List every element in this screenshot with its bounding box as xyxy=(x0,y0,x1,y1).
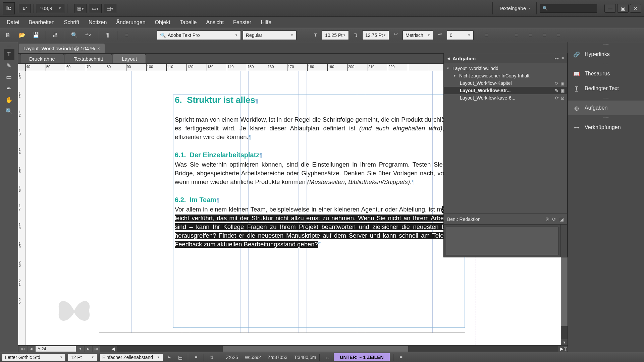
close-button[interactable]: ✕ xyxy=(630,4,641,13)
font-style-combo[interactable]: Regular▼ xyxy=(243,31,297,40)
status-font-combo[interactable]: Letter Gothic Std▼ xyxy=(2,354,66,361)
align-menu-button[interactable]: ≡ xyxy=(481,31,493,40)
checkout-icon[interactable]: ▣ xyxy=(560,81,565,86)
heading-6-2: 6.2. Im Team¶ xyxy=(175,196,463,204)
view-tab-layout[interactable]: Layout xyxy=(113,54,146,63)
stat-w: W:5392 xyxy=(245,355,261,360)
prev-page-button[interactable]: ◀ xyxy=(28,346,35,352)
menu-aenderungen[interactable]: Änderungen xyxy=(112,17,149,27)
menu-tabelle[interactable]: Tabelle xyxy=(176,17,201,27)
vertical-ruler[interactable]: 10111213141516171819202122 xyxy=(18,71,25,345)
menu-schrift[interactable]: Schrift xyxy=(60,17,83,27)
tree-item[interactable]: Layout_Workflow-kave-6...⟳⊠ xyxy=(444,94,567,102)
panel-grip[interactable]: ┄┄┄ xyxy=(568,42,644,47)
collapse-panel-icon[interactable]: ▸▸ xyxy=(555,56,559,61)
menu-datei[interactable]: Datei xyxy=(3,17,23,27)
spellcheck-button[interactable]: ᴬᴮ✔ xyxy=(83,31,95,40)
tree-item-selected[interactable]: Layout_Workflow-Str...✎▣ xyxy=(444,87,567,94)
next-page-button[interactable]: ▶ xyxy=(85,346,92,352)
paragraph: Spricht man von einem Workflow, ist in d… xyxy=(175,115,463,142)
tree-item[interactable]: Layout_Workflow-Kapitel⟳▣ xyxy=(444,79,567,87)
list-icon[interactable]: ≡ xyxy=(192,354,200,361)
menu-bar: Datei Bearbeiten Schrift Notizen Änderun… xyxy=(0,17,644,28)
panel-hyperlinks[interactable]: 🔗Hyperlinks xyxy=(568,47,644,62)
line-spacing-combo[interactable]: Einfacher Zeilenabstand▼ xyxy=(99,354,163,361)
kerning-combo[interactable]: Metrisch▼ xyxy=(402,31,433,40)
menu-objekt[interactable]: Objekt xyxy=(151,17,174,27)
maximize-button[interactable]: ▣ xyxy=(617,4,629,13)
find-button[interactable]: 🔍 xyxy=(68,31,80,40)
panel-menu-icon[interactable]: ≡ xyxy=(561,56,564,61)
panel-menu-button[interactable]: ≡ xyxy=(121,31,133,40)
view-tab-textabschnitt[interactable]: Textabschnitt xyxy=(65,54,112,63)
aufgaben-preview xyxy=(444,224,567,257)
align-center-button[interactable]: ≡ xyxy=(524,31,536,40)
status-size-combo[interactable]: 12 Pt▼ xyxy=(68,354,97,361)
page-dropdown-button[interactable]: ▾ xyxy=(76,346,84,352)
status-icon: ⟳ xyxy=(555,81,558,86)
arrange-docs-button[interactable]: ▤▾ xyxy=(104,4,116,13)
line-number-icon[interactable]: ¹₂ xyxy=(165,354,174,361)
align-right-button[interactable]: ≡ xyxy=(538,31,550,40)
text-frame[interactable]: 6. Struktur ist alles¶ Spricht man von e… xyxy=(173,95,465,328)
stats-toggle-icon[interactable]: ⇅ xyxy=(207,354,216,361)
split-view-button[interactable]: ◫ xyxy=(564,346,568,351)
workspace-switcher[interactable]: Texteingabe ▾ xyxy=(492,2,537,14)
document-tab[interactable]: Layout_Workflow.indd @ 104 % × xyxy=(19,44,105,53)
go-to-icon[interactable]: ◪ xyxy=(559,217,564,222)
refresh-icon[interactable]: ⟳ xyxy=(552,217,556,222)
aufgaben-panel-tab[interactable]: ◀ Aufgaben ▸▸ ≡ xyxy=(444,53,567,63)
horizontal-scrollbar[interactable] xyxy=(117,346,558,352)
position-tool[interactable]: ▭ xyxy=(4,72,14,82)
checkout-icon[interactable]: ▣ xyxy=(560,88,565,93)
unavailable-icon[interactable]: ⊠ xyxy=(561,96,565,101)
view-options-button[interactable]: ▦▾ xyxy=(74,4,87,13)
save-button[interactable]: 💾 xyxy=(30,31,42,40)
menu-ansicht[interactable]: Ansicht xyxy=(202,17,227,27)
menu-fenster[interactable]: Fenster xyxy=(229,17,255,27)
scroll-down-icon[interactable]: ▼ xyxy=(561,339,568,345)
font-family-combo[interactable]: 🔍 Adobe Text Pro▼ xyxy=(157,31,241,40)
print-button[interactable]: 🖶 xyxy=(49,31,61,40)
last-page-button[interactable]: ⏭ xyxy=(93,346,100,352)
page-number-field[interactable]: A-24 xyxy=(36,346,76,352)
screen-mode-button[interactable]: ▭▾ xyxy=(89,4,102,13)
minimize-button[interactable]: — xyxy=(604,4,616,13)
text-direction-icon[interactable]: ▤ xyxy=(176,354,184,361)
open-button[interactable]: 📂 xyxy=(16,31,28,40)
status-menu-icon[interactable]: ≡ xyxy=(397,354,406,361)
close-tab-icon[interactable]: × xyxy=(98,46,100,51)
hand-tool[interactable]: ✋ xyxy=(4,95,14,105)
panel-thesaurus[interactable]: 📖Thesaurus xyxy=(568,66,644,81)
align-justify-button[interactable]: ≡ xyxy=(552,31,565,40)
type-tool[interactable]: T xyxy=(4,49,14,60)
zoom-level-combo[interactable]: 103,9 ▼ xyxy=(37,4,64,13)
update-icon[interactable]: ⎘ xyxy=(546,217,549,222)
new-button[interactable]: 🗎 xyxy=(2,31,14,40)
align-left-button[interactable]: ≡ xyxy=(510,31,522,40)
copyfit-badge: UNTER: ~ 1 ZEILEN xyxy=(334,353,389,361)
help-search-input[interactable]: 🔍 xyxy=(540,4,597,13)
menu-hilfe[interactable]: Hilfe xyxy=(257,17,275,27)
show-hidden-chars-button[interactable]: ¶ xyxy=(102,31,114,40)
tree-group[interactable]: ▼Nicht zugewiesener InCopy-Inhalt xyxy=(444,72,567,79)
tree-root[interactable]: ▼Layout_Workflow.indd xyxy=(444,65,567,72)
copyfit-icon[interactable]: ⎁ xyxy=(323,354,332,361)
menu-notizen[interactable]: Notizen xyxy=(85,17,111,27)
panel-aufgaben[interactable]: ◍Aufgaben xyxy=(568,101,644,115)
view-tab-druckfahne[interactable]: Druckfahne xyxy=(20,54,64,63)
bridge-button[interactable]: Br xyxy=(19,4,31,13)
tracking-combo[interactable]: 0▼ xyxy=(447,31,474,40)
eyedropper-tool[interactable]: ✒ xyxy=(4,83,14,94)
panel-verknuepfungen[interactable]: ⊶Verknüpfungen xyxy=(568,120,644,135)
scroll-right-button[interactable]: ▶ xyxy=(560,346,564,351)
scroll-left-button[interactable]: ◀ xyxy=(111,346,115,351)
font-size-combo[interactable]: 10,25 Pt▼ xyxy=(322,31,349,40)
zoom-tool[interactable]: 🔍 xyxy=(4,106,14,117)
menu-bearbeiten[interactable]: Bearbeiten xyxy=(24,17,58,27)
note-tool[interactable]: ✎ͅ xyxy=(4,60,14,71)
first-page-button[interactable]: ⏮ xyxy=(19,346,27,352)
panel-bedingter-text[interactable]: T̲Bedingter Text xyxy=(568,81,644,96)
toolbox-grip[interactable]: ┄┄ xyxy=(0,44,18,48)
leading-combo[interactable]: 12,75 Pt▼ xyxy=(362,31,389,40)
